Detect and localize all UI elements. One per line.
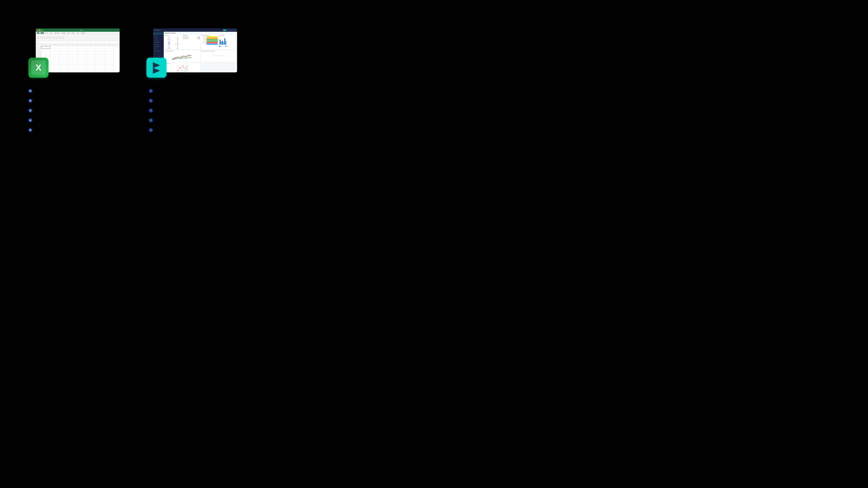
sidebar-item-title[interactable]: Title (153, 48, 164, 50)
trends-chart (165, 52, 200, 61)
svg-rect-6 (169, 41, 169, 42)
legend-label-1: Overdue Items (221, 46, 224, 46)
app-brand-icon[interactable] (147, 58, 166, 78)
svg-point-16 (179, 69, 180, 70)
sidebar-item-team[interactable]: Team & Board (153, 45, 164, 48)
excel-x-letter: X (36, 63, 41, 72)
excel-menu-bar: File Home Insert Draw Page Layout Formul… (36, 32, 120, 34)
legend-label-2: USD Count (227, 46, 229, 46)
app-logo-svg (151, 61, 162, 74)
x-mark-1 (28, 89, 32, 93)
wf-bar-light (221, 41, 222, 45)
documents-icon (168, 45, 170, 47)
menu-insert[interactable]: Insert (45, 32, 49, 34)
x-mark-4 (28, 118, 32, 122)
sc-label: Performance (201, 36, 206, 37)
fin-label: Annual Contract Value (183, 38, 189, 39)
risks-count: 2 (177, 38, 178, 39)
svg-rect-5 (168, 41, 169, 42)
sidebar-item-planning[interactable]: Planning Category (153, 50, 164, 52)
formula-bar[interactable]: A1 fx (36, 41, 120, 44)
toolbar-btn-4[interactable] (46, 36, 49, 39)
menu-home[interactable]: Home (40, 32, 44, 34)
sidebar-item-manager[interactable]: Manager (153, 43, 164, 45)
open-actions-icon (168, 36, 170, 38)
activity-workflows[interactable]: 1200 Workflows (165, 41, 173, 45)
sidebar-item-organization[interactable]: Organization (153, 32, 164, 35)
toolbar-btn-2[interactable] (40, 36, 42, 39)
nav-pill-grid[interactable]: ⊞ (226, 30, 228, 31)
scorecard-bar-risk: Risk & Comp. (201, 42, 218, 43)
reviews-label: Reviews (177, 48, 179, 49)
svg-point-26 (179, 66, 179, 67)
minimize-dot[interactable] (39, 29, 40, 31)
x-marks-group (28, 89, 32, 132)
activity-people[interactable]: 0 External People (174, 41, 182, 45)
check-mark-1 (149, 89, 153, 93)
nav-pill-settings[interactable]: ⚙ (234, 30, 236, 31)
nav-pill-edit[interactable]: EDIT (223, 30, 226, 31)
close-dot[interactable] (37, 29, 38, 31)
documents-label: Documents (167, 48, 171, 49)
sidebar-item-contract[interactable]: Contract (153, 37, 164, 39)
sidebar-item-business-unit[interactable]: Business Unit (153, 41, 164, 43)
nav-pill-profile[interactable]: 👤 (231, 30, 234, 31)
reviews-icon (177, 45, 179, 47)
menu-file[interactable]: File (37, 32, 39, 34)
sc-label: Relationship (201, 39, 206, 40)
app-nav-pills: EDIT ⊞ ≡ 👤 ⚙ (223, 30, 236, 31)
sc-bar-fill (207, 41, 218, 42)
menu-formulas[interactable]: Formulas (61, 32, 66, 34)
excel-title: Book1 (80, 30, 82, 31)
sidebar-item-top[interactable]: Top (153, 35, 164, 37)
excel-toolbar (36, 34, 120, 41)
scorecard-bar-total: Total (201, 43, 218, 45)
legend-color-2 (225, 46, 226, 47)
financials-title: Financials (183, 35, 200, 36)
people-icon (177, 41, 179, 42)
sidebar-item-vendor[interactable]: Vendor (153, 39, 164, 41)
menu-review[interactable]: Review (71, 32, 75, 34)
sidebar-label-vendor: Vendor (155, 40, 157, 40)
wf-bar-group-3 (224, 38, 226, 45)
toolbar-btn-3[interactable] (43, 36, 45, 39)
nav-pill-list[interactable]: ≡ (229, 30, 231, 31)
app-logo (151, 61, 162, 74)
maximize-dot[interactable] (41, 29, 43, 31)
table-row: 4 (36, 54, 120, 57)
column-header: A B C D E F G H (36, 44, 120, 46)
excel-app-icon[interactable]: X (29, 58, 49, 78)
issues-empty-text: No High or Critical Issues / Disputes (213, 55, 224, 56)
toolbar-btn-6[interactable] (52, 36, 55, 39)
toolbar-btn-5[interactable] (49, 36, 52, 39)
activities-grid: 3 Open Actions ! 2 Risks (165, 36, 182, 49)
sc-bar-fill (207, 39, 218, 40)
corner-cell (36, 44, 41, 46)
menu-automate[interactable]: Automate (81, 32, 85, 34)
svg-marker-34 (153, 62, 160, 68)
menu-draw[interactable]: Draw (50, 32, 53, 34)
toolbar-btn-8[interactable] (58, 36, 61, 39)
excel-icon-background: X (29, 58, 49, 78)
sc-label: Commitment (201, 38, 206, 39)
toolbar-btn-9[interactable] (62, 36, 64, 39)
activity-risks[interactable]: ! 2 Risks (174, 36, 182, 40)
activity-open-actions[interactable]: 3 Open Actions (165, 36, 173, 40)
svg-point-22 (187, 66, 188, 67)
fin-value-annual: $550 (198, 38, 200, 39)
menu-pagelayout[interactable]: Page Layout (54, 32, 60, 34)
scorecard-summary-panel: Scorecard Summary Performance Commitment… (200, 34, 218, 50)
financials-panel: Financials Count of Contracts 280 Total … (183, 34, 200, 50)
col-h: H (105, 44, 114, 46)
toolbar-btn-1[interactable] (37, 36, 39, 39)
activity-documents[interactable]: 0 Documents (165, 45, 173, 49)
menu-data[interactable]: Data (67, 32, 70, 34)
col-b: B (50, 44, 59, 46)
menu-view[interactable]: View (76, 32, 80, 34)
svg-marker-35 (153, 68, 160, 74)
sidebar-dot (154, 51, 155, 51)
wf-bar-dark (222, 41, 223, 45)
x-mark-5 (28, 128, 32, 132)
toolbar-btn-7[interactable] (55, 36, 58, 39)
activity-reviews[interactable]: 0 Reviews (174, 45, 182, 49)
